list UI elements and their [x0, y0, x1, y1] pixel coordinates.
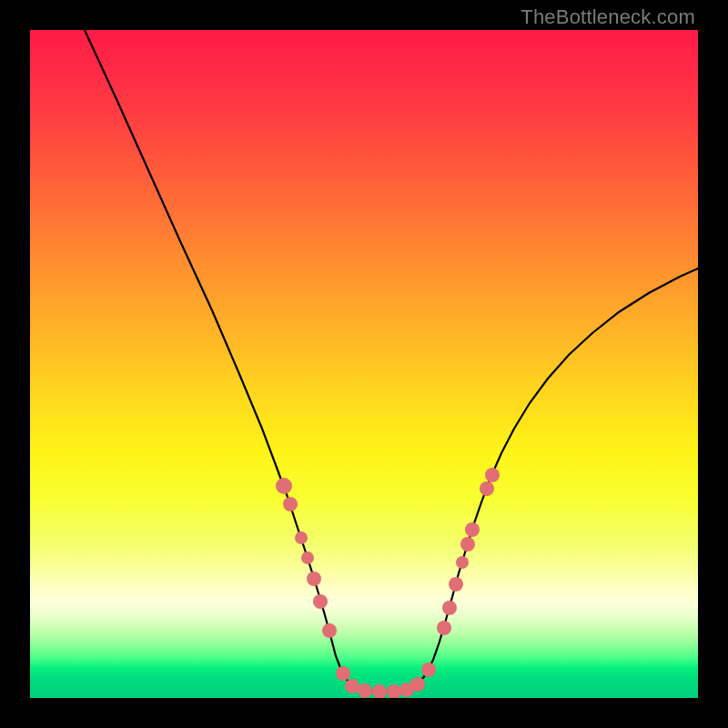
data-marker — [480, 481, 494, 496]
data-marker — [358, 683, 372, 698]
data-marker — [295, 531, 308, 544]
data-marker — [387, 684, 401, 698]
plot-area — [30, 30, 698, 698]
data-marker — [301, 551, 314, 564]
data-marker — [307, 571, 321, 586]
bottleneck-curve — [30, 30, 698, 698]
data-marker — [345, 679, 359, 693]
data-marker — [322, 623, 337, 638]
data-marker — [442, 601, 457, 615]
data-marker — [465, 522, 480, 537]
curve-path — [85, 30, 698, 692]
data-marker — [449, 577, 463, 592]
data-marker — [283, 497, 298, 511]
watermark-text: TheBottleneck.com — [521, 5, 695, 29]
data-marker — [485, 468, 500, 482]
data-marker — [410, 677, 425, 692]
data-marker — [313, 594, 328, 609]
data-marker — [276, 478, 292, 494]
data-marker — [336, 666, 350, 681]
data-marker — [372, 684, 387, 698]
data-marker — [460, 537, 475, 551]
data-marker — [456, 556, 469, 569]
data-marker — [421, 662, 436, 677]
outer-frame: TheBottleneck.com — [0, 0, 728, 728]
data-marker — [437, 621, 451, 635]
